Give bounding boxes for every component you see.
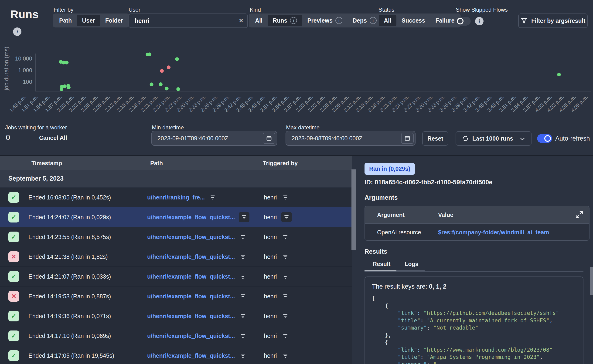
reset-button[interactable]: Reset <box>422 131 448 146</box>
filter-icon[interactable] <box>239 253 247 261</box>
failure-run-dot[interactable] <box>160 69 164 73</box>
success-run-dot[interactable] <box>557 73 561 76</box>
triggered-by-user: henri <box>264 254 277 260</box>
min-datetime-input[interactable] <box>152 135 263 142</box>
filter-icon[interactable] <box>281 332 290 340</box>
table-row[interactable]: ✕Ended 14:19:53 (Ran in 0,887s)u/henri/e… <box>0 286 352 306</box>
filter-icon[interactable] <box>281 292 290 300</box>
table-scrollbar[interactable] <box>351 169 356 250</box>
filter-icon[interactable] <box>281 233 290 241</box>
run-path-link[interactable]: u/henri/example_flow_quickst... <box>147 332 235 339</box>
panel-scrollbar[interactable] <box>590 267 593 295</box>
run-path-link[interactable]: u/henri/example_flow_quickst... <box>147 293 235 300</box>
arguments-title: Arguments <box>364 194 398 201</box>
reset-label: Reset <box>427 135 443 142</box>
arg-col: Argument <box>377 211 405 218</box>
success-run-dot[interactable] <box>159 82 163 86</box>
filter-icon[interactable] <box>239 332 247 340</box>
success-run-dot[interactable] <box>65 61 68 65</box>
json-line: "link": "https://www.markround.com/blog/… <box>372 346 583 354</box>
filter-icon[interactable] <box>239 233 247 241</box>
calendar-button[interactable] <box>401 133 414 144</box>
success-icon: ✓ <box>8 271 19 282</box>
success-icon: ✓ <box>8 232 19 242</box>
cancel-all-button[interactable]: Cancel All <box>39 135 67 141</box>
run-id: ID: 018a654c-d062-fbb2-d100-59fa70df500e <box>364 179 492 186</box>
table-row[interactable]: ✕Ended 14:21:38 (Ran in 1,82s)u/henri/ex… <box>0 247 352 267</box>
success-run-dot[interactable] <box>67 85 71 89</box>
col-path: Path <box>150 160 163 167</box>
filter-icon[interactable] <box>281 212 292 222</box>
table-row[interactable]: ✓Ended 14:19:36 (Ran in 0,071s)u/henri/e… <box>0 306 352 326</box>
tab-logs[interactable]: Logs <box>405 261 419 267</box>
success-run-dot[interactable] <box>148 52 152 56</box>
max-datetime-input[interactable] <box>286 135 401 142</box>
table-row[interactable]: ✓Ended 14:23:55 (Ran in 8,575s)u/henri/e… <box>0 227 352 247</box>
failure-icon: ✕ <box>8 251 19 262</box>
json-line: "title": "A currently maintained fork of… <box>372 317 583 325</box>
success-icon: ✓ <box>8 192 19 203</box>
success-run-dot[interactable] <box>175 57 179 61</box>
run-path-link[interactable]: u/henri/example_flow_quickst... <box>147 313 235 319</box>
success-icon: ✓ <box>8 331 19 341</box>
filter-icon[interactable] <box>281 312 290 320</box>
runs-table-body: ✓Ended 16:03:05 (Ran in 0,452s)u/henri/r… <box>0 188 352 364</box>
run-timestamp: Ended 14:19:53 (Ran in 0,887s) <box>28 293 111 300</box>
run-path-link[interactable]: u/henri/example_flow_quickst... <box>147 214 235 221</box>
filter-icon[interactable] <box>281 193 290 202</box>
success-run-dot[interactable] <box>150 82 153 86</box>
expand-icon[interactable] <box>575 210 584 219</box>
run-path-link[interactable]: u/henri/example_flow_quickst... <box>147 273 235 280</box>
run-path-link[interactable]: u/henri/example_flow_quickst... <box>147 254 235 260</box>
min-datetime-label: Min datetime <box>152 124 184 131</box>
success-run-dot[interactable] <box>62 61 66 65</box>
filter-icon[interactable] <box>281 351 290 360</box>
filter-icon[interactable] <box>239 312 247 320</box>
success-run-dot[interactable] <box>63 84 67 88</box>
run-timestamp: Ended 14:21:07 (Ran in 0,033s) <box>28 273 111 280</box>
table-row[interactable]: ✓Ended 16:03:05 (Ran in 0,452s)u/henri/r… <box>0 188 352 207</box>
tab-result[interactable]: Result <box>373 261 390 267</box>
argument-name: OpenAI resource <box>377 229 421 235</box>
queue-count: 0 <box>6 133 10 142</box>
table-header: Timestamp Path Triggered by <box>0 156 352 170</box>
result-json: [ { "link": "https://github.com/deadbeef… <box>372 295 583 364</box>
button-divider <box>514 132 514 145</box>
success-run-dot[interactable] <box>176 87 180 91</box>
filter-icon[interactable] <box>239 272 247 281</box>
triggered-by-user: henri <box>264 214 277 221</box>
arguments-table: Argument Value OpenAI resource $res:f/co… <box>364 206 589 241</box>
tabs-underline <box>364 271 583 272</box>
table-row[interactable]: ✓Ended 14:17:10 (Ran in 0,069s)u/henri/e… <box>0 326 352 346</box>
argument-value-link[interactable]: $res:f/company-folder/windmill_ai_team <box>438 229 549 235</box>
last-runs-label: Last 1000 runs <box>472 135 513 142</box>
filter-icon[interactable] <box>281 272 290 281</box>
failure-run-dot[interactable] <box>167 65 171 69</box>
filter-icon[interactable] <box>208 193 217 202</box>
results-title: Results <box>364 248 387 255</box>
triggered-by-user: henri <box>264 234 277 240</box>
table-row[interactable]: ✓Ended 14:24:07 (Ran in 0,029s)u/henri/e… <box>0 207 352 227</box>
json-line: [ <box>372 295 583 302</box>
auto-refresh-toggle[interactable] <box>537 134 552 143</box>
filter-icon[interactable] <box>239 292 247 300</box>
y-tick-label: 100 <box>23 79 32 85</box>
table-row[interactable]: ✓Ended 14:21:07 (Ran in 0,033s)u/henri/e… <box>0 267 352 286</box>
success-run-dot[interactable] <box>165 87 169 90</box>
filter-icon[interactable] <box>239 212 250 222</box>
chevron-down-icon[interactable] <box>519 136 526 142</box>
table-row[interactable]: ✓Ended 14:17:05 (Ran in 19,545s)u/henri/… <box>0 346 352 364</box>
run-path-link[interactable]: u/henri/example_flow_quickst... <box>147 352 235 359</box>
result-intro: The result keys are: <box>372 283 429 290</box>
result-keys-line: The result keys are: 0, 1, 2 <box>372 283 583 290</box>
json-line: { <box>372 302 583 310</box>
filter-icon[interactable] <box>281 253 290 261</box>
last-runs-button[interactable]: Last 1000 runs <box>455 131 532 146</box>
filter-icon[interactable] <box>239 351 247 360</box>
json-line: "summary": " <box>372 361 583 364</box>
calendar-button[interactable] <box>263 133 275 144</box>
run-path-link[interactable]: u/henri/ranking_fre... <box>147 194 205 201</box>
value-col: Value <box>438 211 453 218</box>
run-path-link[interactable]: u/henri/example_flow_quickst... <box>147 234 235 240</box>
max-datetime-box <box>286 131 415 146</box>
